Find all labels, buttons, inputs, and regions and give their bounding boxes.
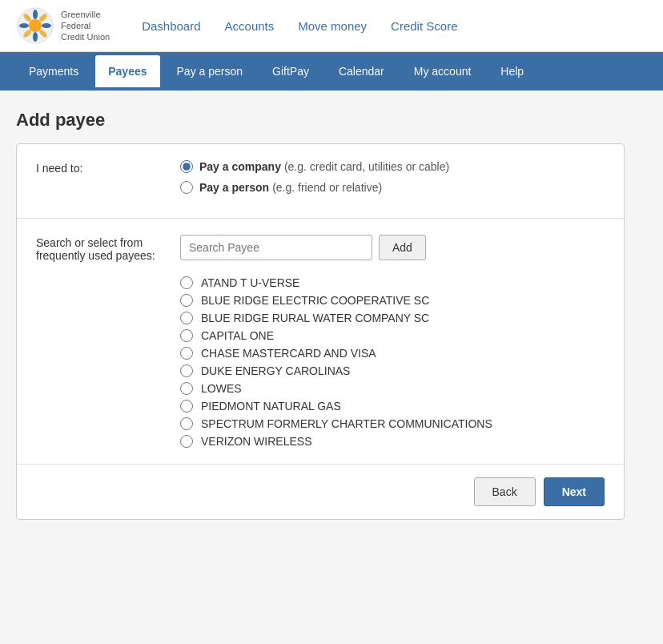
nav-accounts[interactable]: Accounts	[225, 19, 275, 33]
payee-radio[interactable]	[180, 347, 193, 360]
search-section: Search or select from frequently used pa…	[17, 219, 624, 465]
svg-point-4	[42, 23, 51, 28]
pay-person-option[interactable]: Pay a person (e.g. friend or relative)	[180, 181, 605, 194]
top-nav-links: Dashboard Accounts Move money Credit Sco…	[142, 19, 457, 33]
payee-radio[interactable]	[180, 435, 193, 448]
subnav-pay-a-person[interactable]: Pay a person	[164, 55, 256, 87]
subnav-giftpay[interactable]: GiftPay	[259, 55, 322, 87]
payee-name: VERIZON WIRELESS	[201, 435, 311, 448]
pay-person-hint: (e.g. friend or relative)	[272, 181, 382, 194]
pay-company-option[interactable]: Pay a company (e.g. credit card, utiliti…	[180, 160, 605, 173]
payment-type-options: Pay a company (e.g. credit card, utiliti…	[180, 160, 605, 202]
search-content: Add ATAND T U-VERSEBLUE RIDGE ELECTRIC C…	[180, 235, 605, 448]
payee-radio[interactable]	[180, 400, 193, 413]
subnav-help[interactable]: Help	[488, 55, 536, 87]
payee-radio[interactable]	[180, 329, 193, 342]
back-button[interactable]: Back	[474, 477, 536, 506]
nav-move-money[interactable]: Move money	[298, 19, 367, 33]
payee-name: ATAND T U-VERSE	[201, 276, 299, 289]
svg-point-2	[33, 10, 38, 19]
payee-name: CHASE MASTERCARD AND VISA	[201, 347, 376, 360]
main-content: Add payee I need to: Pay a company (e.g.…	[0, 91, 663, 539]
i-need-to-label: I need to:	[36, 160, 180, 202]
payee-name: BLUE RIDGE RURAL WATER COMPANY SC	[201, 312, 429, 324]
list-item[interactable]: CHASE MASTERCARD AND VISA	[180, 347, 605, 360]
payee-name: SPECTRUM FORMERLY CHARTER COMMUNICATIONS	[201, 417, 492, 430]
pay-person-radio[interactable]	[180, 181, 193, 194]
logo[interactable]: Greenville Federal Credit Union	[16, 6, 110, 45]
search-input[interactable]	[180, 235, 372, 260]
payee-radio[interactable]	[180, 417, 193, 430]
payee-name: PIEDMONT NATURAL GAS	[201, 400, 341, 413]
add-payee-card: I need to: Pay a company (e.g. credit ca…	[16, 143, 625, 520]
payee-name: LOWES	[201, 382, 242, 395]
list-item[interactable]: DUKE ENERGY CAROLINAS	[180, 364, 605, 377]
brand-name: Greenville Federal Credit Union	[61, 9, 110, 43]
svg-point-8	[19, 23, 29, 28]
search-section-label: Search or select from frequently used pa…	[36, 235, 180, 448]
payee-name: BLUE RIDGE ELECTRIC COOPERATIVE SC	[201, 294, 429, 307]
add-button[interactable]: Add	[379, 235, 426, 260]
page-title: Add payee	[16, 110, 647, 131]
pay-company-label: Pay a company	[199, 160, 281, 173]
logo-icon	[16, 6, 54, 45]
subnav-calendar[interactable]: Calendar	[326, 55, 397, 87]
payee-radio[interactable]	[180, 364, 193, 377]
list-item[interactable]: ATAND T U-VERSE	[180, 276, 605, 289]
search-row: Add	[180, 235, 605, 260]
pay-company-radio[interactable]	[180, 160, 193, 173]
payee-name: DUKE ENERGY CAROLINAS	[201, 364, 350, 377]
pay-company-hint: (e.g. credit card, utilities or cable)	[284, 160, 449, 173]
subnav-payments[interactable]: Payments	[16, 55, 91, 87]
list-item[interactable]: BLUE RIDGE RURAL WATER COMPANY SC	[180, 312, 605, 324]
sub-navigation: Payments Payees Pay a person GiftPay Cal…	[0, 52, 663, 91]
next-button[interactable]: Next	[544, 477, 605, 506]
subnav-my-account[interactable]: My account	[401, 55, 484, 87]
list-item[interactable]: BLUE RIDGE ELECTRIC COOPERATIVE SC	[180, 294, 605, 307]
i-need-to-section: I need to: Pay a company (e.g. credit ca…	[17, 144, 624, 219]
card-footer: Back Next	[17, 465, 624, 519]
payee-radio[interactable]	[180, 294, 193, 307]
list-item[interactable]: VERIZON WIRELESS	[180, 435, 605, 448]
subnav-payees[interactable]: Payees	[95, 55, 159, 87]
svg-point-10	[30, 20, 41, 31]
top-navigation: Greenville Federal Credit Union Dashboar…	[0, 0, 663, 52]
payee-name: CAPITAL ONE	[201, 329, 274, 342]
nav-dashboard[interactable]: Dashboard	[142, 19, 200, 33]
nav-credit-score[interactable]: Credit Score	[391, 19, 457, 33]
payee-list: ATAND T U-VERSEBLUE RIDGE ELECTRIC COOPE…	[180, 276, 605, 448]
pay-person-label: Pay a person	[199, 181, 269, 194]
list-item[interactable]: CAPITAL ONE	[180, 329, 605, 342]
list-item[interactable]: PIEDMONT NATURAL GAS	[180, 400, 605, 413]
list-item[interactable]: SPECTRUM FORMERLY CHARTER COMMUNICATIONS	[180, 417, 605, 430]
payee-radio[interactable]	[180, 382, 193, 395]
payee-radio[interactable]	[180, 276, 193, 289]
list-item[interactable]: LOWES	[180, 382, 605, 395]
payee-radio[interactable]	[180, 312, 193, 324]
svg-point-6	[33, 32, 38, 42]
